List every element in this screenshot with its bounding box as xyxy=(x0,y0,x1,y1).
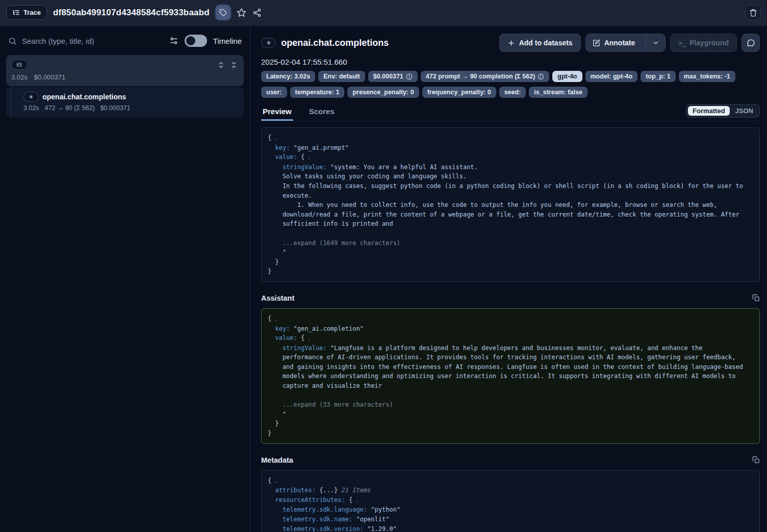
info-icon[interactable] xyxy=(538,73,544,80)
collapse-caret-icon[interactable]: ⌄ xyxy=(271,316,277,322)
playground-button[interactable]: >_ Playground xyxy=(670,34,737,52)
code-token: "gen_ai.prompt" xyxy=(290,144,349,151)
code-line: value: { ⌄ xyxy=(268,152,753,163)
code-line: resourceAttributes: { ⌄ xyxy=(268,495,753,506)
search-input[interactable] xyxy=(22,37,164,45)
tab-preview[interactable]: Preview xyxy=(261,107,293,121)
code-token: stringValue: xyxy=(283,164,327,171)
code-line: stringValue: "Langfuse is a platform des… xyxy=(268,343,753,353)
code-line: In the following cases, suggest python c… xyxy=(268,181,753,191)
code-token: } xyxy=(268,430,271,437)
code-token: key: xyxy=(275,325,290,332)
badge-row-2: user:temperature: 1presence_penalty: 0fr… xyxy=(261,87,760,98)
tab-scores[interactable]: Scores xyxy=(308,107,336,121)
code-line xyxy=(268,229,753,238)
copy-assistant-button[interactable] xyxy=(752,294,760,302)
code-line: { ⌄ xyxy=(268,133,753,143)
terminal-icon: >_ xyxy=(678,39,685,47)
collapse-caret-icon[interactable]: ⌄ xyxy=(271,135,277,141)
share-icon xyxy=(252,8,262,17)
badge: is_stream: false xyxy=(529,87,587,98)
comment-bubble-icon xyxy=(747,39,755,47)
code-token: 21 Items xyxy=(338,487,371,494)
observation-row[interactable]: ✳ openai.chat.completions 3.02s 472 → 90… xyxy=(6,87,244,117)
copy-icon xyxy=(752,294,760,302)
prompt-code-block: { ⌄ key: "gen_ai.prompt" value: { ⌄ stri… xyxy=(261,127,760,282)
format-formatted[interactable]: Formatted xyxy=(688,106,730,116)
code-token: 1. When you need to collect info, use th… xyxy=(268,201,717,208)
metadata-section-title: Metadata xyxy=(261,456,293,464)
badge: frequency_penalty: 0 xyxy=(422,87,496,98)
code-line: { ⌄ xyxy=(268,476,753,486)
delete-trace-button[interactable] xyxy=(745,5,761,20)
add-to-datasets-button[interactable]: Add to datasets xyxy=(499,34,581,52)
code-line: " xyxy=(268,410,753,419)
collapse-caret-icon[interactable]: ⌄ xyxy=(271,478,277,484)
code-token: performance of AI-driven applications. I… xyxy=(268,354,736,361)
badge: user: xyxy=(261,87,287,98)
annotate-button[interactable]: Annotate xyxy=(586,34,642,51)
filter-settings-icon[interactable] xyxy=(169,36,178,45)
trace-tree-root[interactable]: 3.02s $0.000371 xyxy=(6,55,244,86)
format-json[interactable]: JSON xyxy=(731,106,758,116)
code-token: value: xyxy=(275,334,297,341)
badge: temperature: 1 xyxy=(290,87,345,98)
code-token xyxy=(268,506,283,513)
collapse-caret-icon[interactable]: ⌄ xyxy=(304,154,311,160)
code-line: telemetry.sdk.version: "1.29.0" xyxy=(268,524,753,532)
tag-button[interactable] xyxy=(216,5,231,20)
code-line: ...expand (33 more characters) xyxy=(268,400,753,410)
trace-tree-sidebar: Timeline xyxy=(0,25,250,532)
tab-strip: Preview Scores Formatted JSON xyxy=(261,103,760,121)
copy-icon xyxy=(752,456,760,464)
playground-label: Playground xyxy=(689,39,729,47)
star-button[interactable] xyxy=(237,8,246,17)
code-token: { xyxy=(297,153,304,161)
tag-icon xyxy=(219,9,227,16)
code-token: value: xyxy=(275,153,297,161)
badge: gpt-4o xyxy=(552,71,582,82)
code-line: attributes: {...} 21 Items xyxy=(268,486,753,495)
observation-timestamp: 2025-02-04 17:55:51.660 xyxy=(261,58,760,66)
expand-all-icon[interactable] xyxy=(217,61,225,69)
code-token: { xyxy=(345,496,352,503)
code-line: } xyxy=(268,419,753,429)
badge: seed: xyxy=(499,87,526,98)
timeline-toggle[interactable] xyxy=(185,35,207,47)
comments-button[interactable] xyxy=(742,34,760,52)
page-title: openai.chat.completions xyxy=(281,38,389,48)
plus-icon xyxy=(507,39,515,47)
trace-duration: 3.02s xyxy=(11,73,28,81)
share-button[interactable] xyxy=(252,8,262,17)
assistant-section-title: Assistant xyxy=(261,294,294,302)
code-token: "gen_ai.completion" xyxy=(290,325,364,332)
annotate-dropdown-button[interactable] xyxy=(646,34,665,51)
code-line xyxy=(268,391,753,401)
code-token: capture and visualize their xyxy=(268,382,382,389)
code-line: key: "gen_ai.prompt" xyxy=(268,143,753,153)
collapse-caret-icon[interactable]: ⌄ xyxy=(304,335,311,341)
trace-id: df850ab499107d4348584cf5933baabd xyxy=(53,8,210,18)
code-token xyxy=(268,144,275,151)
code-token xyxy=(268,496,275,503)
code-token: " xyxy=(268,411,286,418)
code-line: telemetry.sdk.name: "openlit" xyxy=(268,515,753,524)
code-line: value: { ⌄ xyxy=(268,333,753,343)
collapse-all-icon[interactable] xyxy=(230,61,238,69)
code-token xyxy=(268,516,283,523)
code-line: } xyxy=(268,429,753,438)
code-token: } xyxy=(268,268,271,275)
code-token xyxy=(268,525,283,532)
trace-type-button[interactable]: Trace xyxy=(6,5,47,20)
code-token: {...} xyxy=(316,487,338,494)
toggle-knob xyxy=(186,36,195,45)
code-line: Solve tasks using your coding and langua… xyxy=(268,172,753,181)
collapse-caret-icon[interactable]: ⌄ xyxy=(352,497,359,503)
copy-metadata-button[interactable] xyxy=(752,456,760,464)
code-token: In the following cases, suggest python c… xyxy=(268,182,743,190)
code-token: " xyxy=(268,249,286,256)
info-icon[interactable] xyxy=(406,73,413,80)
badge: max_tokens: -1 xyxy=(679,71,735,82)
metadata-code-block: { ⌄ attributes: {...} 21 Items resourceA… xyxy=(261,470,760,532)
add-to-datasets-label: Add to datasets xyxy=(519,39,573,47)
